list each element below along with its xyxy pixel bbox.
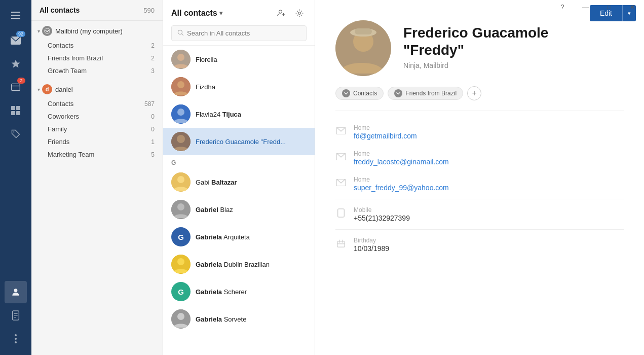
email2-value[interactable]: freddy_lacoste@ginamail.com <box>354 158 449 166</box>
svg-point-48 <box>396 91 401 96</box>
contact-name: Gabriela Scherer <box>196 288 247 296</box>
contact-list-title[interactable]: All contacts ▾ <box>171 9 222 18</box>
close-btn[interactable]: ✕ <box>621 0 644 14</box>
contact-name: Fizdha <box>196 83 215 91</box>
svg-point-36 <box>177 176 184 183</box>
phone-icon <box>335 207 347 219</box>
search-input[interactable] <box>187 29 301 37</box>
tag-contacts[interactable]: Contacts <box>335 87 384 100</box>
dropdown-arrow-icon: ▾ <box>219 10 222 17</box>
grid-icon[interactable] <box>5 99 27 122</box>
svg-line-26 <box>182 34 183 36</box>
list-item[interactable]: Fiorella <box>163 46 315 73</box>
avatar <box>171 200 191 219</box>
svg-rect-7 <box>11 106 15 110</box>
email3-value[interactable]: super_freddy_99@yahoo.com <box>354 184 449 192</box>
sidebar-item-growth-team[interactable]: Growth Team 3 <box>31 64 163 77</box>
group-daniel-label: daniel <box>55 86 73 93</box>
more-nav-icon[interactable] <box>5 328 27 350</box>
group-mailbird: ▾ Mailbird (my computer) Contacts 2 Frie… <box>31 21 163 79</box>
search-box <box>171 25 307 41</box>
all-contacts-count: 590 <box>143 7 155 14</box>
list-item[interactable]: Gabi Baltazar <box>163 168 315 196</box>
detail-name: Frederico Guacamole "Freddy" <box>403 24 548 58</box>
document-nav-icon[interactable] <box>5 304 27 327</box>
contact-letter-g: G <box>163 155 315 168</box>
list-item[interactable]: Fizdha <box>163 73 315 100</box>
avatar <box>171 77 191 96</box>
compose-icon[interactable]: 2 <box>5 76 27 98</box>
hamburger-icon[interactable] <box>5 4 27 26</box>
maximize-btn[interactable]: □ <box>597 0 621 14</box>
group-mailbird-header[interactable]: ▾ Mailbird (my computer) <box>31 23 163 39</box>
avatar: G <box>171 227 191 246</box>
svg-point-42 <box>177 313 184 320</box>
svg-point-28 <box>177 54 184 61</box>
list-item[interactable]: Gabriela Dublin Brazilian <box>163 251 315 278</box>
avatar <box>171 309 191 329</box>
avatar <box>171 132 191 151</box>
contact-list: All contacts ▾ Fiorella <box>163 0 315 355</box>
detail-divider3 <box>335 229 624 230</box>
svg-rect-10 <box>16 111 20 115</box>
contact-list-body: Fiorella Fizdha Flavia24 Tijuca Frederic… <box>163 46 315 355</box>
add-contact-button[interactable] <box>274 6 288 20</box>
contact-list-header: All contacts ▾ <box>163 0 315 46</box>
contact-name: Gabriela Sorvete <box>196 315 246 323</box>
svg-point-47 <box>344 91 349 96</box>
svg-rect-46 <box>355 28 372 34</box>
sidebar-item-daniel-contacts[interactable]: Contacts 587 <box>31 97 163 110</box>
contact-name: Frederico Guacamole "Fredd... <box>196 138 286 146</box>
group-daniel-header[interactable]: ▾ d daniel <box>31 81 163 97</box>
group-mailbird-label: Mailbird (my computer) <box>55 27 123 35</box>
contacts-nav-icon[interactable] <box>5 281 27 303</box>
phone-value[interactable]: +55(21)32927399 <box>354 214 410 222</box>
svg-point-25 <box>178 30 182 34</box>
search-icon <box>177 29 184 38</box>
star-icon[interactable] <box>5 53 27 75</box>
sidebar-item-friends[interactable]: Friends 1 <box>31 135 163 148</box>
list-item[interactable]: G Gabriela Scherer <box>163 278 315 305</box>
tag-icon[interactable] <box>5 123 27 145</box>
minimize-btn[interactable]: — <box>574 0 597 14</box>
detail-info: Frederico Guacamole "Freddy" Ninja, Mail… <box>403 20 548 69</box>
sidebar-item-coworkers[interactable]: Coworkers 0 <box>31 110 163 123</box>
all-contacts-title[interactable]: All contacts <box>40 6 80 14</box>
tag-friends-brazil[interactable]: Friends from Brazil <box>388 87 463 100</box>
avatar: G <box>171 282 191 301</box>
birthday-icon <box>335 238 347 249</box>
list-item[interactable]: Gabriela Sorvete <box>163 305 315 333</box>
detail-divider2 <box>335 199 624 199</box>
inbox-badge: 2 <box>17 78 25 84</box>
list-item[interactable]: Flavia24 Tijuca <box>163 100 315 128</box>
list-item[interactable]: Gabriel Blaz <box>163 196 315 223</box>
avatar <box>171 104 191 124</box>
detail-field-birthday: Birthday 10/03/1989 <box>315 232 644 258</box>
detail-pane: Edit ▾ Frederico Guacamole "Freddy" Ninj… <box>315 0 644 355</box>
mail-icon[interactable]: 92 <box>5 29 27 52</box>
sidebar-item-friends-brazil[interactable]: Friends from Brazil 2 <box>31 52 163 64</box>
add-tag-button[interactable]: + <box>467 86 481 100</box>
nav-sidebar: 92 2 <box>0 0 31 355</box>
svg-point-21 <box>279 10 282 13</box>
contact-list-settings-button[interactable] <box>292 6 307 20</box>
detail-field-email3: Home super_freddy_99@yahoo.com <box>315 171 644 197</box>
list-item[interactable]: Frederico Guacamole "Fredd... <box>163 128 315 155</box>
detail-divider <box>335 111 624 111</box>
contact-name: Gabriela Dublin Brazilian <box>196 261 270 268</box>
sidebar-item-mailbird-contacts[interactable]: Contacts 2 <box>31 39 163 52</box>
sidebar-item-family[interactable]: Family 0 <box>31 123 163 135</box>
svg-rect-9 <box>11 111 15 115</box>
help-btn[interactable]: ? <box>551 0 574 14</box>
email-icon-2 <box>335 151 347 162</box>
svg-point-24 <box>298 12 301 15</box>
email1-value[interactable]: fd@getmailbird.com <box>354 132 417 140</box>
svg-point-19 <box>15 341 17 343</box>
contact-name: Gabriela Arquiteta <box>196 233 250 241</box>
sidebar-item-marketing-team[interactable]: Marketing Team 5 <box>31 148 163 161</box>
svg-rect-8 <box>16 106 20 110</box>
list-item[interactable]: G Gabriela Arquiteta <box>163 223 315 251</box>
detail-tags: Contacts Friends from Brazil + <box>315 86 644 111</box>
detail-subtitle: Ninja, Mailbird <box>403 61 548 69</box>
contacts-sidebar: All contacts 590 ▾ Mailbird (my computer… <box>31 0 163 355</box>
